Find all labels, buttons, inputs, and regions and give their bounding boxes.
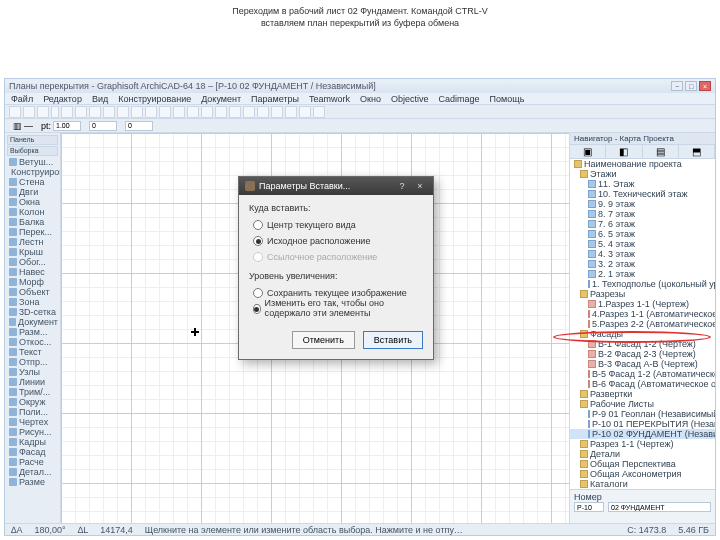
tree-elevation-item[interactable]: В-1 Фасад 1-2 (Чертеж)	[570, 339, 715, 349]
tree-floor-item[interactable]: 6. 5 этаж	[570, 229, 715, 239]
palette-tool[interactable]: Навес	[7, 267, 58, 277]
tree-group[interactable]: Общая Аксонометрия	[570, 469, 715, 479]
tool-f[interactable]	[201, 106, 213, 118]
palette-tool[interactable]: Линии	[7, 377, 58, 387]
palette-tool[interactable]: Конструиров	[7, 167, 58, 177]
maximize-button[interactable]: □	[685, 81, 697, 91]
palette-tool[interactable]: Колон	[7, 207, 58, 217]
menu-help[interactable]: Помощь	[490, 94, 525, 104]
palette-tool[interactable]: Отпр...	[7, 357, 58, 367]
palette-tool[interactable]: Морф	[7, 277, 58, 287]
tool-k[interactable]	[271, 106, 283, 118]
tree-group[interactable]: Каталоги	[570, 479, 715, 489]
tree-group[interactable]: Разрез 1-1 (Чертеж)	[570, 439, 715, 449]
tool-new[interactable]	[9, 106, 21, 118]
tool-redo[interactable]	[75, 106, 87, 118]
tool-save[interactable]	[37, 106, 49, 118]
palette-tool[interactable]: Объект	[7, 287, 58, 297]
tool-b[interactable]	[145, 106, 157, 118]
tool-g[interactable]	[215, 106, 227, 118]
footer-name-input[interactable]	[608, 502, 711, 512]
menu-document[interactable]: Документ	[201, 94, 241, 104]
insert-button[interactable]: Вставить	[363, 331, 423, 349]
menu-window[interactable]: Окно	[360, 94, 381, 104]
tree-worksheet-item[interactable]: P-10 02 ФУНДАМЕНТ (Независимый)	[570, 429, 715, 439]
tool-m[interactable]	[299, 106, 311, 118]
tree-floor-item[interactable]: 11. Этаж	[570, 179, 715, 189]
tool-paste[interactable]	[117, 106, 129, 118]
palette-tool[interactable]: Документ	[7, 317, 58, 327]
tool-n[interactable]	[313, 106, 325, 118]
tree-floor-item[interactable]: 5. 4 этаж	[570, 239, 715, 249]
dialog-close-button[interactable]: ×	[413, 180, 427, 192]
dialog-help-button[interactable]: ?	[395, 180, 409, 192]
tree-root[interactable]: Наименование проекта	[570, 159, 715, 169]
tree-floor-item[interactable]: 8. 7 этаж	[570, 209, 715, 219]
palette-tool[interactable]: Фасад	[7, 447, 58, 457]
tree-sections-hdr[interactable]: Разрезы	[570, 289, 715, 299]
menu-design[interactable]: Конструирование	[118, 94, 191, 104]
tree-worksheet-item[interactable]: P-10 01 ПЕРЕКРЫТИЯ (Независимый)	[570, 419, 715, 429]
nav-tab-project[interactable]: ▣	[570, 145, 606, 158]
palette-tool[interactable]: Лестн	[7, 237, 58, 247]
pt-input[interactable]	[53, 121, 81, 131]
tree-section-item[interactable]: 4.Разрез 1-1 (Автоматическое обновление …	[570, 309, 715, 319]
palette-tool[interactable]: Узлы	[7, 367, 58, 377]
menu-objective[interactable]: Objective	[391, 94, 429, 104]
menu-file[interactable]: Файл	[11, 94, 33, 104]
tree-floor-item[interactable]: 10. Технический этаж	[570, 189, 715, 199]
tool-copy[interactable]	[103, 106, 115, 118]
tool-e[interactable]	[187, 106, 199, 118]
palette-tool[interactable]: Зона	[7, 297, 58, 307]
menu-edit[interactable]: Редактор	[43, 94, 82, 104]
tree-section-item[interactable]: 1.Разрез 1-1 (Чертеж)	[570, 299, 715, 309]
menu-cadimage[interactable]: Cadimage	[439, 94, 480, 104]
palette-tool[interactable]: Чертех	[7, 417, 58, 427]
tool-l[interactable]	[285, 106, 297, 118]
palette-tool[interactable]: Откос...	[7, 337, 58, 347]
tree-interior-hdr[interactable]: Развертки	[570, 389, 715, 399]
tree-floor-item[interactable]: 9. 9 этаж	[570, 199, 715, 209]
tree-floor-item[interactable]: 2. 1 этаж	[570, 269, 715, 279]
palette-tool[interactable]: Перек...	[7, 227, 58, 237]
palette-tool[interactable]: 3D-сетка	[7, 307, 58, 317]
z2-input[interactable]	[125, 121, 153, 131]
tree-section-item[interactable]: 5.Разрез 2-2 (Автоматическое обновление …	[570, 319, 715, 329]
palette-tool[interactable]: Трим/...	[7, 387, 58, 397]
tool-i[interactable]	[243, 106, 255, 118]
tree-elevation-item[interactable]: В-2 Фасад 2-3 (Чертеж)	[570, 349, 715, 359]
palette-tool[interactable]: Поли...	[7, 407, 58, 417]
tree-group[interactable]: Общая Перспектива	[570, 459, 715, 469]
tree-group[interactable]: Детали	[570, 449, 715, 459]
radio-fit-elements[interactable]: Изменить его так, чтобы оно содержало эт…	[253, 301, 423, 317]
menu-view[interactable]: Вид	[92, 94, 108, 104]
tree-elevation-item[interactable]: В-6 Фасад (Автоматическое обновление из …	[570, 379, 715, 389]
tree-elevation-item[interactable]: В-3 Фасад А-В (Чертеж)	[570, 359, 715, 369]
tool-c[interactable]	[159, 106, 171, 118]
z1-input[interactable]	[89, 121, 117, 131]
palette-tool[interactable]: Кадры	[7, 437, 58, 447]
tool-h[interactable]	[229, 106, 241, 118]
palette-tool[interactable]: Детал...	[7, 467, 58, 477]
tree-floor-item[interactable]: 4. 3 этаж	[570, 249, 715, 259]
tree-elevations-hdr[interactable]: Фасады	[570, 329, 715, 339]
menu-teamwork[interactable]: Teamwork	[309, 94, 350, 104]
palette-tool[interactable]: Текст	[7, 347, 58, 357]
palette-tool[interactable]: Стена	[7, 177, 58, 187]
tree-floors-hdr[interactable]: Этажи	[570, 169, 715, 179]
close-button[interactable]: ×	[699, 81, 711, 91]
tool-d[interactable]	[173, 106, 185, 118]
palette-tool[interactable]: Рисун...	[7, 427, 58, 437]
palette-tool[interactable]: Обог...	[7, 257, 58, 267]
palette-tool[interactable]: Ветуш...	[7, 157, 58, 167]
tree-floor-item[interactable]: 1. Техподполье (цокольный уровень)	[570, 279, 715, 289]
palette-tool[interactable]: Окна	[7, 197, 58, 207]
tree-floor-item[interactable]: 3. 2 этаж	[570, 259, 715, 269]
palette-tool[interactable]: Двги	[7, 187, 58, 197]
palette-tool[interactable]: Окруж	[7, 397, 58, 407]
tool-open[interactable]	[23, 106, 35, 118]
radio-center-view[interactable]: Центр текущего вида	[253, 217, 423, 233]
palette-tool[interactable]: Разме	[7, 477, 58, 487]
palette-tool[interactable]: Крыш	[7, 247, 58, 257]
palette-tool[interactable]: Разм...	[7, 327, 58, 337]
